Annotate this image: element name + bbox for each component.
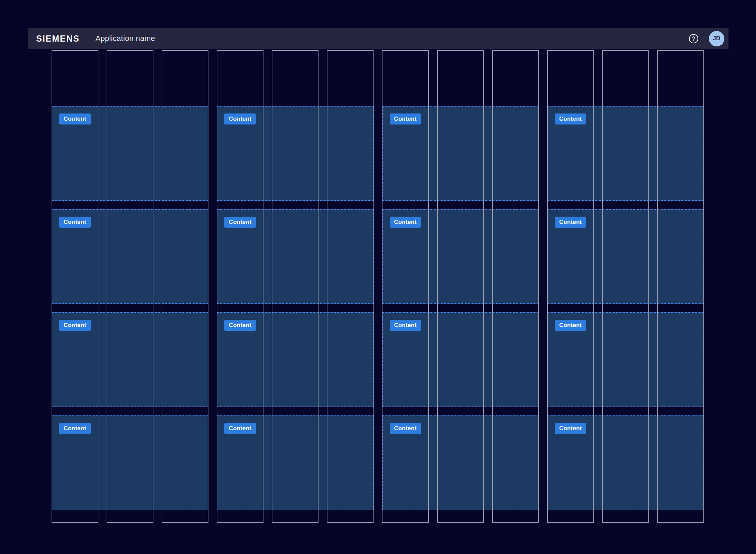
content-badge: Content xyxy=(390,217,421,228)
content-badge: Content xyxy=(59,423,91,434)
content-block: Content xyxy=(382,106,539,201)
content-badge: Content xyxy=(224,320,256,331)
content-badge: Content xyxy=(390,423,421,434)
content-layer: Content Content Content Content Content … xyxy=(52,50,704,523)
content-block: Content xyxy=(52,312,208,407)
avatar[interactable]: JD xyxy=(709,31,724,46)
content-block: Content xyxy=(217,106,374,201)
help-icon-glyph: ? xyxy=(692,36,695,42)
content-badge: Content xyxy=(555,217,586,228)
content-badge: Content xyxy=(224,423,256,434)
content-block: Content xyxy=(52,415,208,510)
content-block: Content xyxy=(217,312,374,407)
content-block: Content xyxy=(382,415,539,510)
content-badge: Content xyxy=(224,113,256,124)
content-block: Content xyxy=(382,312,539,407)
help-icon[interactable]: ? xyxy=(689,34,698,43)
siemens-logo: SIEMENS xyxy=(36,34,80,43)
content-block: Content xyxy=(547,209,704,304)
content-block: Content xyxy=(52,209,208,304)
content-block: Content xyxy=(52,106,208,201)
app-header: SIEMENS Application name ? JD xyxy=(28,28,728,49)
content-badge: Content xyxy=(555,423,586,434)
avatar-initials: JD xyxy=(713,35,720,42)
content-block: Content xyxy=(217,209,374,304)
content-badge: Content xyxy=(390,320,421,331)
content-block: Content xyxy=(382,209,539,304)
content-block: Content xyxy=(217,415,374,510)
content-block: Content xyxy=(547,106,704,201)
content-badge: Content xyxy=(555,320,586,331)
content-badge: Content xyxy=(390,113,421,124)
content-badge: Content xyxy=(555,113,586,124)
content-badge: Content xyxy=(59,320,91,331)
content-block: Content xyxy=(547,415,704,510)
content-badge: Content xyxy=(59,113,91,124)
content-badge: Content xyxy=(224,217,256,228)
content-badge: Content xyxy=(59,217,91,228)
content-block: Content xyxy=(547,312,704,407)
layout-grid: Content Content Content Content Content … xyxy=(52,50,704,523)
application-name: Application name xyxy=(96,34,155,43)
